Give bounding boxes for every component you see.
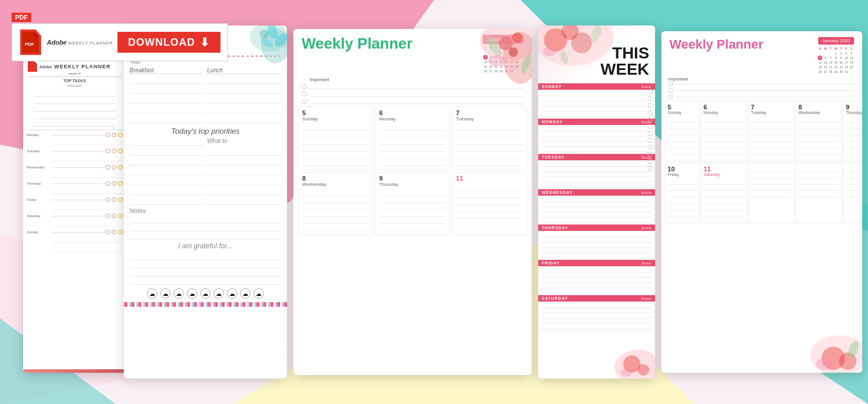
day-line bbox=[846, 116, 862, 123]
what-to-line bbox=[207, 167, 281, 175]
card2-breakfast-lines bbox=[130, 76, 204, 123]
day-line bbox=[302, 152, 369, 159]
day-line bbox=[542, 126, 652, 131]
card1-friday-sub bbox=[27, 204, 123, 211]
card4-sunday-lines bbox=[538, 90, 655, 118]
day-line bbox=[379, 224, 446, 231]
what-to-line bbox=[207, 148, 281, 156]
card1-thursday-label: Thursday bbox=[27, 182, 50, 185]
card4-saturday-date: Date bbox=[642, 297, 652, 300]
card3-row2: 8 Wednesday 9 Thursday bbox=[298, 172, 527, 236]
day-num: 5 bbox=[668, 104, 697, 111]
card1-brand: Adobe bbox=[39, 65, 52, 69]
day-line bbox=[456, 212, 523, 219]
day-line bbox=[799, 185, 839, 191]
circle-orange bbox=[118, 230, 123, 234]
card1-monday-circles bbox=[105, 133, 123, 137]
circle bbox=[105, 197, 110, 202]
day-line bbox=[846, 191, 862, 197]
text-line bbox=[207, 115, 281, 123]
svg-point-20 bbox=[499, 36, 513, 50]
day-line bbox=[799, 166, 839, 172]
day-line bbox=[668, 116, 697, 123]
imp-circle bbox=[301, 84, 307, 89]
day-line bbox=[668, 185, 697, 191]
text-line bbox=[207, 105, 281, 113]
day-line bbox=[379, 131, 446, 138]
day-line bbox=[542, 278, 652, 283]
card-this-week: THISWEEK SUNDAY Date MONDAY D bbox=[538, 25, 655, 379]
day-num-sat: 11 bbox=[456, 175, 523, 182]
download-button[interactable]: DOWNLOAD ⬇ bbox=[117, 32, 220, 53]
svg-point-30 bbox=[543, 47, 557, 56]
card1-days: Monday Tuesday bbox=[23, 130, 126, 258]
card1-sunday-label: Sunday bbox=[27, 230, 50, 234]
day-line bbox=[542, 218, 652, 223]
day-line bbox=[542, 248, 652, 253]
svg-point-22 bbox=[509, 47, 518, 57]
card1-sunday-circles bbox=[105, 230, 123, 234]
day-line bbox=[542, 283, 652, 288]
day-line bbox=[846, 185, 862, 191]
day-line bbox=[302, 203, 369, 210]
day-line bbox=[751, 129, 792, 135]
card2-what-to: What to bbox=[207, 138, 281, 144]
card5-day-num10: 10 Friday bbox=[665, 163, 700, 223]
card4-this-week-text: THISWEEK bbox=[601, 45, 649, 78]
day-name: Thursday bbox=[379, 182, 446, 187]
imp-circle bbox=[668, 94, 673, 99]
card2-notes-label: Notes bbox=[124, 205, 288, 215]
day-line bbox=[379, 124, 446, 131]
day-line bbox=[846, 135, 862, 142]
day-line bbox=[668, 135, 697, 142]
pdf-icon: PDF bbox=[19, 28, 42, 56]
adobe-text: Adobe WEEKLY PLANNER bbox=[47, 39, 113, 46]
card1-sunday-sub bbox=[27, 237, 123, 244]
card1-monday-row: Monday bbox=[27, 133, 123, 137]
side-circle bbox=[648, 166, 653, 171]
card3-day-monday: 6 Monday bbox=[375, 106, 450, 170]
imp-circle bbox=[668, 88, 673, 93]
circle bbox=[105, 214, 110, 218]
day-line bbox=[302, 189, 369, 196]
card2-notes-lines bbox=[124, 215, 288, 240]
day-line bbox=[846, 129, 862, 135]
card1-line-sub bbox=[27, 139, 123, 146]
priority-line bbox=[130, 167, 204, 175]
day-line bbox=[542, 91, 652, 96]
side-circle bbox=[648, 103, 653, 108]
day-name: Monday bbox=[379, 116, 446, 122]
day-line bbox=[668, 142, 697, 148]
task-line bbox=[34, 105, 116, 112]
card1-sunday-line bbox=[52, 232, 104, 233]
task-line bbox=[34, 90, 116, 97]
day-line bbox=[704, 116, 744, 123]
day-line bbox=[542, 313, 652, 318]
card1-week: week of bbox=[28, 72, 122, 77]
card4-monday-name: MONDAY bbox=[542, 120, 562, 124]
day-line bbox=[379, 210, 446, 217]
day-name: Monday bbox=[704, 111, 744, 115]
card2-bottom-decoration bbox=[124, 302, 288, 307]
card2-priorities-title: Today's top priorities bbox=[124, 127, 288, 135]
day-line bbox=[668, 178, 697, 185]
card1-wednesday-row: Wednesday bbox=[27, 165, 123, 170]
day-line bbox=[542, 137, 652, 142]
card4-sunday: SUNDAY Date bbox=[538, 83, 655, 119]
day-num: 7 bbox=[456, 109, 523, 116]
card5-imp-rows bbox=[668, 82, 855, 99]
day-line bbox=[542, 142, 652, 147]
side-circle bbox=[648, 96, 653, 101]
day-name: Wednesday bbox=[302, 182, 369, 187]
card5-row1: 5 Sunday 6 Monday bbox=[665, 101, 859, 161]
priority-line bbox=[130, 187, 204, 195]
day-line bbox=[542, 177, 652, 182]
card5-day-sunday: 5 Sunday bbox=[665, 101, 700, 161]
day-name: Friday bbox=[668, 172, 697, 177]
card5-day-wednesday: 8 Wednesday bbox=[796, 101, 842, 161]
pdf-icon-red: PDF bbox=[20, 30, 41, 55]
day-line bbox=[302, 145, 369, 152]
card1-wednesday-label: Wednesday bbox=[27, 166, 50, 169]
day-line bbox=[668, 148, 697, 155]
card4-side-circles bbox=[648, 89, 653, 171]
